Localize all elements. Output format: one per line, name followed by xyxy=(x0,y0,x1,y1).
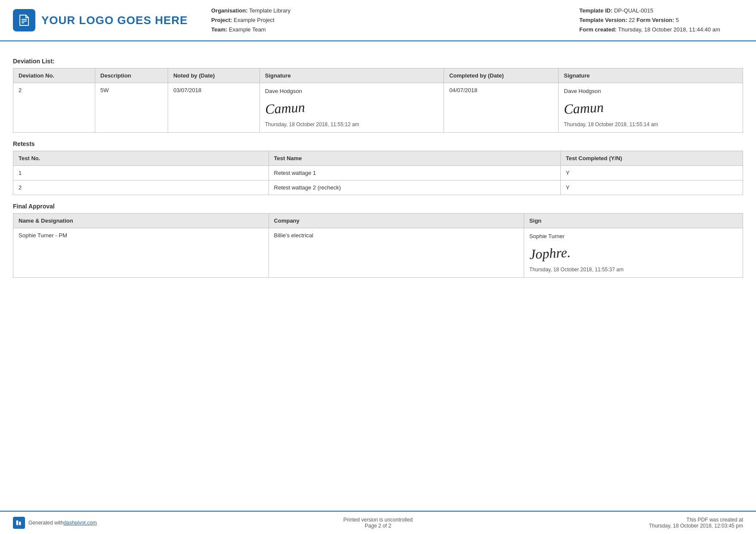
footer-right: This PDF was created at Thursday, 18 Oct… xyxy=(579,517,743,529)
final-approval-table: Name & Designation Company Sign Sophie T… xyxy=(13,213,743,278)
deviation-completed-date: 04/07/2018 xyxy=(444,83,559,133)
page-header: YOUR LOGO GOES HERE Organisation: Templa… xyxy=(0,0,756,41)
header-meta-right: Template ID: DP-QUAL-0015 Template Versi… xyxy=(579,6,743,34)
page-footer: Generated with dashpivot.com Printed ver… xyxy=(0,511,756,534)
footer-center-line2: Page 2 of 2 xyxy=(177,523,579,529)
form-created-value: Thursday, 18 October 2018, 11:44:40 am xyxy=(618,26,720,33)
retest-no-2: 2 xyxy=(13,180,269,195)
retests-section-title: Retests xyxy=(13,140,743,147)
team-value: Example Team xyxy=(229,26,266,33)
footer-right-line2: Thursday, 18 October 2018, 12:03:45 pm xyxy=(579,523,743,529)
noted-sig-glyph: Camun xyxy=(265,99,305,117)
completed-sig-name: Dave Hodgson xyxy=(564,87,737,96)
project-value: Example Project xyxy=(234,17,275,23)
template-version-row: Template Version: 22 Form Version: 5 xyxy=(579,16,743,25)
noted-sig-name: Dave Hodgson xyxy=(265,87,439,96)
retest-row-1: 1 Retest wattage 1 Y xyxy=(13,166,743,180)
deviation-completed-sig: Dave Hodgson Camun Thursday, 18 October … xyxy=(559,83,743,133)
template-id-label: Template ID: xyxy=(579,7,612,14)
approval-col-1: Name & Designation xyxy=(13,214,269,228)
footer-center: Printed version is uncontrolled Page 2 o… xyxy=(177,517,579,529)
footer-logo-icon xyxy=(13,517,25,529)
completed-sig-date: Thursday, 18 October 2018, 11:55:14 am xyxy=(564,121,737,128)
project-label: Project: xyxy=(211,17,232,23)
deviation-table: Deviation No. Description Noted by (Date… xyxy=(13,68,743,133)
logo-area: YOUR LOGO GOES HERE xyxy=(13,9,194,31)
retest-name-1: Retest wattage 1 xyxy=(269,166,560,180)
organisation-label: Organisation: xyxy=(211,7,248,14)
logo-icon xyxy=(13,9,35,31)
deviation-table-header-row: Deviation No. Description Noted by (Date… xyxy=(13,68,743,83)
svg-rect-3 xyxy=(16,521,19,525)
approval-col-3: Sign xyxy=(524,214,743,228)
approval-sign-date: Thursday, 18 October 2018, 11:55:37 am xyxy=(529,266,737,273)
deviation-noted-date: 03/07/2018 xyxy=(168,83,260,133)
template-version-label: Template Version: xyxy=(579,17,627,23)
deviation-col-6: Signature xyxy=(559,68,743,83)
organisation-row: Organisation: Template Library xyxy=(211,6,562,16)
deviation-section-title: Deviation List: xyxy=(13,58,743,65)
form-created-row: Form created: Thursday, 18 October 2018,… xyxy=(579,25,743,34)
approval-company: Billie's electrical xyxy=(269,228,524,278)
retest-completed-1: Y xyxy=(560,166,743,180)
team-label: Team: xyxy=(211,26,227,33)
approval-name: Sophie Turner - PM xyxy=(13,228,269,278)
retest-row-2: 2 Retest wattage 2 (recheck) Y xyxy=(13,180,743,195)
noted-sig-date: Thursday, 18 October 2018, 11:55:12 am xyxy=(265,121,439,128)
deviation-col-2: Description xyxy=(95,68,168,83)
retest-name-2: Retest wattage 2 (recheck) xyxy=(269,180,560,195)
footer-right-line1: This PDF was created at xyxy=(579,517,743,523)
template-id-row: Template ID: DP-QUAL-0015 xyxy=(579,6,743,16)
approval-row-1: Sophie Turner - PM Billie's electrical S… xyxy=(13,228,743,278)
retest-completed-2: Y xyxy=(560,180,743,195)
footer-center-line1: Printed version is uncontrolled xyxy=(177,517,579,523)
approval-sign-name: Sophie Turner xyxy=(529,232,737,241)
completed-sig-glyph: Camun xyxy=(563,99,604,117)
retests-col-1: Test No. xyxy=(13,151,269,166)
form-created-label: Form created: xyxy=(579,26,617,33)
retest-no-1: 1 xyxy=(13,166,269,180)
svg-rect-5 xyxy=(22,520,22,520)
retests-col-2: Test Name xyxy=(269,151,560,166)
deviation-col-1: Deviation No. xyxy=(13,68,95,83)
final-approval-section-title: Final Approval xyxy=(13,203,743,210)
form-version-value: 5 xyxy=(676,17,679,23)
deviation-desc: 5W xyxy=(95,83,168,133)
deviation-col-3: Noted by (Date) xyxy=(168,68,260,83)
logo-text: YOUR LOGO GOES HERE xyxy=(41,14,188,27)
approval-sign: Sophie Turner Jophre. Thursday, 18 Octob… xyxy=(524,228,743,278)
header-meta-left: Organisation: Template Library Project: … xyxy=(194,6,579,34)
deviation-row-1: 2 5W 03/07/2018 Dave Hodgson Camun Thurs… xyxy=(13,83,743,133)
deviation-col-5: Completed by (Date) xyxy=(444,68,559,83)
final-approval-header-row: Name & Designation Company Sign xyxy=(13,214,743,228)
deviation-no: 2 xyxy=(13,83,95,133)
deviation-col-4: Signature xyxy=(259,68,444,83)
organisation-value: Template Library xyxy=(249,7,291,14)
team-row: Team: Example Team xyxy=(211,25,562,34)
footer-generated-text: Generated with xyxy=(28,520,63,526)
svg-rect-4 xyxy=(19,522,21,525)
deviation-noted-sig: Dave Hodgson Camun Thursday, 18 October … xyxy=(259,83,444,133)
template-id-value: DP-QUAL-0015 xyxy=(614,7,653,14)
project-row: Project: Example Project xyxy=(211,16,562,25)
main-content: Deviation List: Deviation No. Descriptio… xyxy=(0,41,756,291)
retests-col-3: Test Completed (Y/N) xyxy=(560,151,743,166)
retests-table: Test No. Test Name Test Completed (Y/N) … xyxy=(13,151,743,195)
approval-col-2: Company xyxy=(269,214,524,228)
form-version-label: Form Version: xyxy=(637,17,674,23)
footer-link[interactable]: dashpivot.com xyxy=(63,520,97,526)
footer-left: Generated with dashpivot.com xyxy=(13,517,177,529)
approval-sign-glyph: Jophre. xyxy=(529,244,571,262)
retests-table-header-row: Test No. Test Name Test Completed (Y/N) xyxy=(13,151,743,166)
template-version-value: 22 xyxy=(629,17,635,23)
